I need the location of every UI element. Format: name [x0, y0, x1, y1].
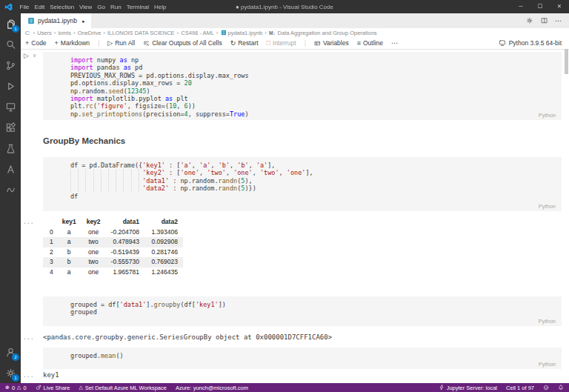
- minimize-button[interactable]: ─: [511, 0, 530, 13]
- cell-language-label[interactable]: Python: [539, 112, 556, 119]
- editor-actions: ⋯: [526, 13, 569, 28]
- table-row: 1 a two 0.478943 0.092908: [43, 237, 183, 248]
- col-header: data2: [144, 217, 183, 227]
- run-all-button[interactable]: ▷ Run All: [107, 39, 135, 47]
- breadcrumb-item[interactable]: Users: [37, 30, 52, 36]
- menu-selection[interactable]: Selection: [47, 4, 77, 10]
- menu-go[interactable]: Go: [95, 4, 108, 10]
- notifications-button[interactable]: [558, 385, 564, 391]
- dirty-indicator[interactable]: ●: [81, 19, 84, 24]
- extensions-icon[interactable]: [0, 117, 21, 138]
- breadcrumb-item[interactable]: OneDrive: [78, 30, 102, 36]
- search-icon[interactable]: [0, 34, 21, 55]
- tab-pydata1-ipynb[interactable]: pydata1.ipynb ●: [21, 13, 91, 28]
- problems-indicator[interactable]: ⊗ 0 △ 0: [5, 385, 27, 391]
- azure-account-status[interactable]: Azure: yunch@microsoft.com: [176, 385, 248, 391]
- code-cell-dataframe[interactable]: df = pd.DataFrame({'key1' : ['a', 'a', '…: [43, 157, 562, 211]
- maximize-button[interactable]: ☐: [530, 0, 550, 13]
- scrollbar-thumb[interactable]: [565, 49, 568, 74]
- restart-icon: ↻: [230, 40, 236, 47]
- breadcrumb-file[interactable]: pydata1.ipynb: [221, 30, 263, 36]
- breadcrumb-item[interactable]: ILLONOIS DATA SCIENCE: [107, 30, 175, 36]
- col-header: key2: [81, 217, 106, 227]
- breadcrumb-section[interactable]: Data Aggregation and Group Operations: [278, 30, 377, 36]
- toolbar-more-icon[interactable]: ⋯: [391, 39, 399, 47]
- markdown-heading[interactable]: GroupBy Mechanics: [43, 136, 125, 145]
- cell-language-label[interactable]: Python: [539, 361, 556, 368]
- tab-bar: pydata1.ipynb ● ⋯: [21, 13, 569, 28]
- account-icon[interactable]: 2: [0, 342, 21, 362]
- clear-outputs-button[interactable]: Clear Outputs of All Cells: [143, 39, 222, 47]
- more-actions-icon[interactable]: ⋯: [555, 17, 562, 24]
- azure-ml-icon[interactable]: [0, 179, 21, 200]
- output-collapse-marker[interactable]: ...: [23, 334, 33, 341]
- breadcrumb-item[interactable]: lomis: [58, 30, 71, 36]
- add-markdown-label: Markdown: [61, 39, 90, 47]
- outline-button[interactable]: ≡ Outline: [357, 39, 383, 47]
- feedback-button[interactable]: [543, 385, 549, 391]
- menu-edit[interactable]: Edit: [32, 4, 47, 10]
- kernel-icon: [499, 39, 506, 47]
- close-button[interactable]: ✕: [550, 0, 569, 13]
- menu-view[interactable]: View: [77, 4, 95, 10]
- cell-value: -0.555730: [106, 257, 144, 268]
- col-header: key1: [57, 217, 81, 227]
- run-all-label: Run All: [115, 39, 135, 47]
- menu-run[interactable]: Run: [107, 4, 124, 10]
- code-editor[interactable]: grouped.mean(): [43, 348, 562, 359]
- cell-value: -0.204708: [106, 227, 144, 238]
- code-editor[interactable]: grouped = df['data1'].groupby(df['key1']…: [43, 296, 562, 316]
- cell-language-label[interactable]: Python: [539, 318, 556, 325]
- clear-outputs-label: Clear Outputs of All Cells: [152, 39, 222, 47]
- error-count: 0: [12, 385, 15, 391]
- code-cell-imports[interactable]: import numpy as npimport pandas as pdPRE…: [43, 52, 562, 120]
- add-markdown-button[interactable]: + Markdown: [55, 39, 90, 47]
- run-cell-icon[interactable]: ▷: [24, 52, 29, 59]
- source-control-icon[interactable]: [0, 55, 21, 76]
- explorer-badge: 1: [12, 25, 19, 33]
- cell-value: 2: [43, 248, 57, 258]
- cell-language-label[interactable]: Python: [539, 203, 556, 210]
- cell-value: 0.478943: [106, 237, 144, 248]
- breadcrumb-item[interactable]: CS498 - AML: [181, 30, 214, 36]
- output-collapse-marker[interactable]: ...: [23, 219, 33, 225]
- variables-label: Variables: [323, 39, 349, 47]
- gear-icon[interactable]: [526, 17, 533, 24]
- test-beaker-icon[interactable]: [0, 138, 21, 159]
- restart-label: Restart: [238, 39, 258, 47]
- zap-icon: [439, 385, 445, 391]
- cell-value: 4: [43, 268, 57, 278]
- partial-output: key1: [43, 371, 59, 379]
- variables-button[interactable]: Variables: [314, 39, 349, 47]
- menu-help[interactable]: Help: [151, 4, 168, 10]
- azure-icon[interactable]: [0, 159, 21, 179]
- breadcrumb-item[interactable]: C:: [25, 30, 31, 36]
- warning-triangle-icon: △: [79, 385, 82, 391]
- menu-terminal[interactable]: Terminal: [124, 4, 151, 10]
- code-editor[interactable]: import numpy as npimport pandas as pdPRE…: [43, 52, 562, 118]
- tab-label: pydata1.ipynb: [38, 17, 77, 24]
- cell-value: 0.769023: [144, 257, 183, 268]
- chevron-right-icon: ›: [216, 30, 219, 36]
- col-header: data1: [106, 217, 144, 227]
- cell-indicator[interactable]: Cell 1 of 97: [506, 385, 534, 391]
- explorer-icon[interactable]: 1: [0, 13, 21, 34]
- split-editor-icon[interactable]: [541, 17, 548, 24]
- settings-gear-icon[interactable]: 1: [0, 362, 21, 383]
- add-code-button[interactable]: + Code: [25, 39, 47, 47]
- collapse-cell-icon[interactable]: ∨: [33, 53, 36, 59]
- cell-value: one: [81, 268, 106, 278]
- code-cell-mean[interactable]: grouped.mean() Python: [43, 348, 562, 369]
- chevron-right-icon: ›: [103, 30, 105, 36]
- jupyter-server-status[interactable]: Jupyter Server: local: [439, 385, 497, 391]
- code-cell-groupby[interactable]: grouped = df['data1'].groupby(df['key1']…: [43, 296, 562, 326]
- kernel-picker[interactable]: Python 3.9.5 64-bit: [499, 39, 569, 47]
- live-share-button[interactable]: Live Share: [36, 385, 70, 391]
- restart-button[interactable]: ↻ Restart: [230, 39, 259, 47]
- menu-file[interactable]: File: [17, 4, 32, 10]
- azure-ml-workspace-button[interactable]: △ Set Default Azure ML Workspace: [79, 385, 166, 391]
- run-debug-icon[interactable]: [0, 76, 21, 96]
- cell-value: a: [57, 237, 81, 248]
- remote-explorer-icon[interactable]: [0, 96, 21, 117]
- output-collapse-marker[interactable]: ...: [23, 372, 33, 379]
